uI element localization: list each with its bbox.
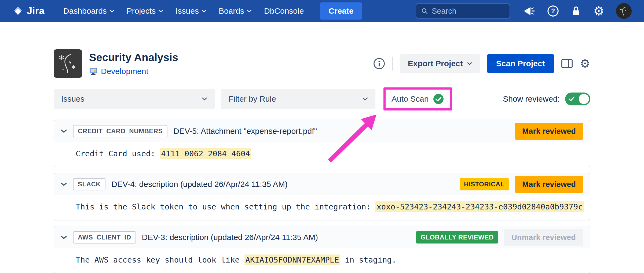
findings-list: CREDIT_CARD_NUMBERS DEV-5: Attachment "e…	[54, 120, 590, 273]
user-avatar[interactable]	[616, 3, 632, 19]
megaphone-icon	[524, 6, 535, 16]
nav-item-issues[interactable]: Issues	[175, 6, 206, 16]
search-box[interactable]	[416, 3, 510, 19]
gear-icon: ⚙	[580, 58, 590, 69]
avatar-image	[616, 3, 632, 19]
rule-badge: AWS_CLIENT_ID	[73, 231, 136, 244]
project-category-icon	[89, 67, 98, 75]
help-button[interactable]: ?	[547, 5, 559, 17]
nav-item-label: Boards	[219, 6, 244, 16]
project-header: Security Analysis Development	[54, 49, 590, 78]
chevron-down-icon	[61, 235, 67, 239]
search-icon	[421, 7, 428, 15]
nav-item-label: Dashboards	[63, 6, 107, 16]
jira-brand[interactable]: Jira	[12, 5, 45, 17]
brand-name: Jira	[27, 5, 45, 17]
chevron-down-icon	[467, 62, 472, 65]
finding-text: in staging.	[340, 255, 397, 264]
jira-logo-icon	[12, 5, 24, 17]
show-reviewed-label: Show reviewed:	[503, 94, 560, 104]
gear-icon: ⚙	[593, 5, 604, 17]
sensitive-value-highlight: AKIAIO5FODNN7EXAMPLE	[244, 254, 340, 265]
show-reviewed-toggle[interactable]	[565, 93, 590, 105]
finding-title: DEV-4: description (updated 26/Apr/24 11…	[111, 180, 288, 189]
layout-panel-icon	[561, 59, 573, 68]
project-avatar	[54, 49, 82, 78]
finding-text: Credit Card used:	[76, 149, 160, 158]
main-content: Security Analysis Development	[0, 49, 644, 273]
finding-card: SLACK DEV-4: description (updated 26/Apr…	[54, 173, 590, 220]
info-icon	[373, 57, 385, 70]
finding-card-header[interactable]: CREDIT_CARD_NUMBERS DEV-5: Attachment "e…	[54, 120, 590, 142]
announcements-button[interactable]	[524, 6, 535, 16]
finding-body: The AWS access key should look like AKIA…	[54, 248, 590, 273]
nav-item-label: Projects	[127, 6, 156, 16]
project-settings-button[interactable]: ⚙	[580, 58, 590, 69]
scan-project-button[interactable]: Scan Project	[487, 54, 554, 73]
finding-title: DEV-5: Attachment "expense-report.pdf"	[173, 127, 317, 136]
chevron-down-icon	[247, 10, 252, 13]
finding-text: This is the Slack token to use when sett…	[76, 202, 375, 211]
historical-badge: HISTORICAL	[460, 178, 509, 190]
lock-icon	[571, 5, 581, 17]
chevron-down-icon	[109, 10, 114, 13]
search-input[interactable]	[432, 7, 505, 16]
auto-scan-highlight-box: Auto Scan	[383, 87, 452, 110]
chevron-down-icon	[61, 182, 67, 186]
svg-text:?: ?	[551, 8, 555, 14]
chevron-down-icon	[61, 129, 67, 133]
rule-badge: CREDIT_CARD_NUMBERS	[73, 125, 167, 137]
rule-filter-select[interactable]: Filter by Rule	[221, 89, 375, 109]
globally-reviewed-badge: GLOBALLY REVIEWED	[416, 231, 498, 244]
nav-item-label: DbConsole	[264, 6, 304, 16]
unmark-reviewed-button[interactable]: Unmark reviewed	[504, 229, 583, 246]
rule-badge: SLACK	[73, 178, 105, 190]
security-button[interactable]	[571, 5, 581, 17]
mark-reviewed-button[interactable]: Mark reviewed	[515, 123, 583, 140]
top-navbar: Jira Dashboards Projects Issues Boards D…	[0, 0, 644, 22]
chevron-down-icon	[363, 97, 368, 101]
rule-filter-label: Filter by Rule	[229, 94, 276, 104]
issues-filter-label: Issues	[61, 94, 85, 104]
mark-reviewed-button[interactable]: Mark reviewed	[515, 176, 583, 193]
finding-card-header[interactable]: SLACK DEV-4: description (updated 26/Apr…	[54, 173, 590, 195]
sensitive-value-highlight: xoxo-523423-234243-234233-e039d02840a0b9…	[375, 201, 584, 212]
create-button[interactable]: Create	[320, 2, 362, 20]
finding-card: AWS_CLIENT_ID DEV-3: description (update…	[54, 226, 590, 273]
info-button[interactable]	[373, 57, 385, 70]
auto-scan-label: Auto Scan	[391, 94, 429, 104]
nav-item-label: Issues	[175, 6, 199, 16]
project-avatar-image	[54, 49, 82, 78]
nav-item-dashboards[interactable]: Dashboards	[63, 6, 114, 16]
export-project-button[interactable]: Export Project	[400, 54, 480, 73]
project-link[interactable]: Development	[101, 67, 148, 76]
finding-card-header[interactable]: AWS_CLIENT_ID DEV-3: description (update…	[54, 226, 590, 248]
chevron-down-icon	[202, 10, 206, 13]
check-icon	[568, 96, 575, 102]
issues-filter-select[interactable]: Issues	[54, 89, 215, 109]
finding-body: This is the Slack token to use when sett…	[54, 195, 590, 220]
sensitive-value-highlight: 4111 0062 2084 4604	[160, 148, 251, 159]
filter-bar: Issues Filter by Rule Auto Scan Show rev…	[54, 87, 590, 110]
nav-item-dbconsole[interactable]: DbConsole	[264, 6, 304, 16]
finding-text: The AWS access key should look like	[76, 255, 244, 264]
settings-button[interactable]: ⚙	[593, 5, 604, 17]
toggle-knob	[579, 94, 589, 104]
nav-item-projects[interactable]: Projects	[127, 6, 163, 16]
finding-title: DEV-3: description (updated 26/Apr/24 11…	[142, 233, 318, 242]
nav-item-boards[interactable]: Boards	[219, 6, 252, 16]
chevron-down-icon	[202, 97, 207, 101]
auto-scan-enabled-check-icon[interactable]	[433, 93, 444, 105]
export-project-label: Export Project	[408, 59, 463, 68]
finding-card: CREDIT_CARD_NUMBERS DEV-5: Attachment "e…	[54, 120, 590, 167]
divider	[392, 57, 393, 71]
chevron-down-icon	[158, 10, 163, 13]
page-title: Security Analysis	[89, 51, 178, 64]
help-icon: ?	[547, 5, 559, 17]
finding-body: Credit Card used: 4111 0062 2084 4604	[54, 142, 590, 167]
detail-view-button[interactable]	[561, 59, 573, 68]
